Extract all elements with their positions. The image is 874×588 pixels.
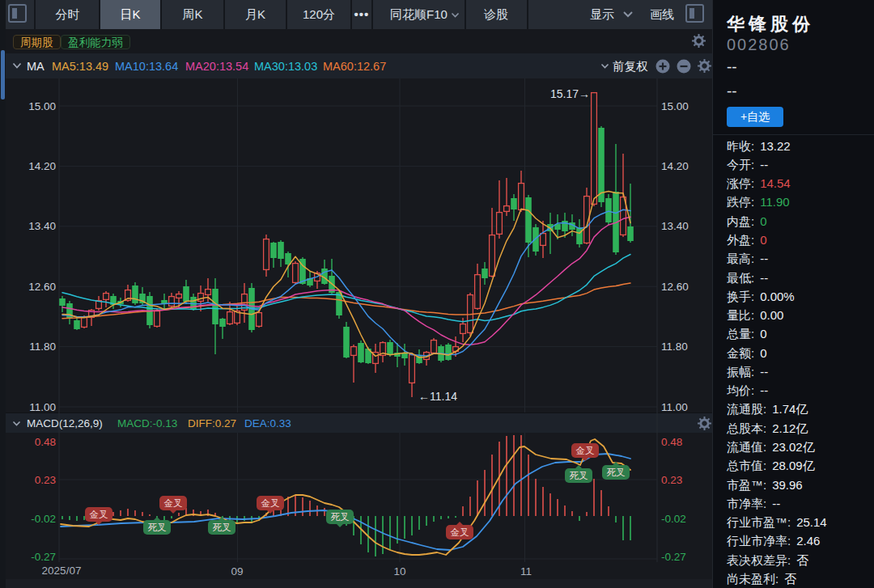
svg-text:0.23: 0.23 xyxy=(35,474,56,486)
svg-text:2025/07: 2025/07 xyxy=(42,565,82,577)
svg-text:13.40: 13.40 xyxy=(661,220,689,232)
svg-text:09: 09 xyxy=(231,565,243,577)
svg-text:金叉: 金叉 xyxy=(451,527,469,537)
svg-text:12.60: 12.60 xyxy=(661,281,689,293)
svg-text:死叉: 死叉 xyxy=(213,522,231,532)
svg-text:-0.02: -0.02 xyxy=(661,513,686,525)
svg-text:12.60: 12.60 xyxy=(28,281,56,293)
svg-text:死叉: 死叉 xyxy=(331,512,350,522)
svg-text:10: 10 xyxy=(393,565,405,577)
svg-text:金叉: 金叉 xyxy=(261,498,280,508)
svg-text:14.20: 14.20 xyxy=(661,160,689,172)
svg-text:15.00: 15.00 xyxy=(661,100,689,112)
svg-text:金叉: 金叉 xyxy=(576,446,595,455)
svg-text:-0.27: -0.27 xyxy=(31,551,56,563)
svg-text:0.48: 0.48 xyxy=(661,436,682,448)
svg-text:11.00: 11.00 xyxy=(29,401,56,413)
svg-text:死叉: 死叉 xyxy=(570,471,588,480)
svg-text:0.23: 0.23 xyxy=(661,474,682,486)
svg-text:死叉: 死叉 xyxy=(607,467,626,477)
svg-text:金叉: 金叉 xyxy=(164,498,183,508)
svg-text:14.20: 14.20 xyxy=(28,160,56,172)
svg-text:15.17→: 15.17→ xyxy=(550,87,590,100)
svg-text:15.00: 15.00 xyxy=(28,100,56,112)
svg-text:←11.14: ←11.14 xyxy=(418,390,457,403)
svg-text:0.48: 0.48 xyxy=(35,436,56,448)
svg-text:死叉: 死叉 xyxy=(148,522,167,532)
svg-text:11.80: 11.80 xyxy=(29,341,56,353)
svg-text:11.00: 11.00 xyxy=(661,401,688,413)
svg-text:11: 11 xyxy=(520,565,532,577)
svg-text:13.40: 13.40 xyxy=(28,220,56,232)
svg-text:-0.27: -0.27 xyxy=(661,551,686,563)
svg-text:11.80: 11.80 xyxy=(661,341,688,353)
svg-text:金叉: 金叉 xyxy=(90,510,108,519)
svg-text:-0.02: -0.02 xyxy=(31,513,56,525)
